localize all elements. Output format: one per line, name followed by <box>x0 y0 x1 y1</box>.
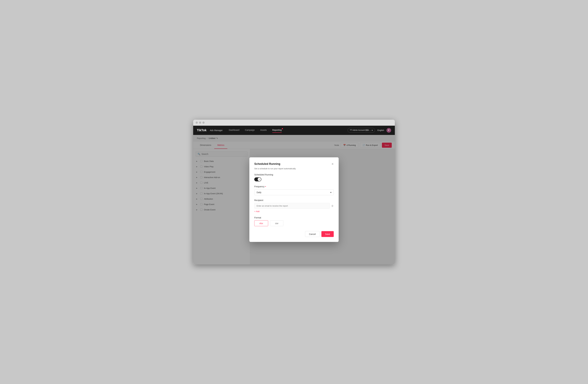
nav-right: TT Admin Account 国际… ▾ English F <box>348 128 391 133</box>
nav-reporting[interactable]: Reporting <box>272 129 282 132</box>
required-dot: • <box>265 185 266 188</box>
browser-dot-green <box>202 122 205 124</box>
scheduled-running-toggle[interactable]: ✓ <box>254 178 261 181</box>
nav-reporting-label: Reporting <box>272 129 282 131</box>
modal-title: Scheduled Running <box>254 162 280 166</box>
browser-dot-yellow <box>199 122 201 124</box>
modal-close-button[interactable]: ✕ <box>331 162 334 165</box>
frequency-dropdown[interactable]: Daily ▾ <box>254 189 334 195</box>
account-label: TT Admin Account 国际… <box>350 129 371 132</box>
browser-chrome <box>193 120 395 126</box>
format-group: xlsx csv <box>254 220 334 226</box>
frequency-value: Daily <box>257 191 261 194</box>
frequency-label: Frequency • <box>254 185 334 188</box>
delete-icon[interactable]: 🗑 <box>331 204 334 207</box>
brand-tiktok: TikTok <box>197 129 207 132</box>
nav-links: Dashboard Campaign Assets Reporting <box>229 129 341 132</box>
email-input[interactable] <box>254 203 330 209</box>
modal-footer: Cancel Save <box>254 231 334 237</box>
toggle-label: Scheduled Running <box>254 173 334 176</box>
nav-dashboard[interactable]: Dashboard <box>229 129 239 132</box>
brand-colon: : <box>208 129 209 131</box>
language-selector[interactable]: English <box>378 129 384 131</box>
brand-logo: TikTok: Ads Manager <box>197 129 223 132</box>
format-label: Format <box>254 216 334 219</box>
browser-dot-red <box>196 122 198 124</box>
recipient-row: 🗑 <box>254 203 334 209</box>
format-btn-csv[interactable]: csv <box>270 220 283 226</box>
frequency-section: Frequency • Daily ▾ <box>254 185 334 195</box>
toggle-wrap: ✓ <box>254 178 334 181</box>
modal-subtitle: Set a schedule to run your report automa… <box>254 167 334 170</box>
page-content: Reporting / Untitled ✎ Dimensions Metric… <box>193 135 395 265</box>
modal-header: Scheduled Running ✕ <box>254 162 334 166</box>
avatar[interactable]: F <box>386 128 391 133</box>
toggle-knob: ✓ <box>258 178 261 181</box>
chevron-down-icon: ▾ <box>372 129 373 131</box>
format-section: Format xlsx csv <box>254 216 334 226</box>
add-recipient-button[interactable]: + Add <box>254 210 259 213</box>
modal-save-button[interactable]: Save <box>321 231 334 237</box>
reporting-dot <box>282 128 283 129</box>
scheduled-running-modal: Scheduled Running ✕ Set a schedule to ru… <box>249 158 339 242</box>
recipient-label: Recipient <box>254 199 334 202</box>
chevron-down-icon: ▾ <box>330 191 331 194</box>
nav-assets[interactable]: Assets <box>260 129 267 132</box>
format-btn-xlsx[interactable]: xlsx <box>254 220 268 226</box>
account-button[interactable]: TT Admin Account 国际… ▾ <box>348 128 375 133</box>
frequency-label-text: Frequency <box>254 185 264 188</box>
modal-cancel-button[interactable]: Cancel <box>305 231 319 237</box>
top-nav: TikTok: Ads Manager Dashboard Campaign A… <box>193 126 395 135</box>
toggle-section: Scheduled Running ✓ <box>254 173 334 181</box>
browser-window: TikTok: Ads Manager Dashboard Campaign A… <box>193 120 395 265</box>
brand-ads: Ads Manager <box>210 129 223 132</box>
nav-campaign[interactable]: Campaign <box>245 129 255 132</box>
recipient-section: Recipient 🗑 + Add <box>254 199 334 213</box>
